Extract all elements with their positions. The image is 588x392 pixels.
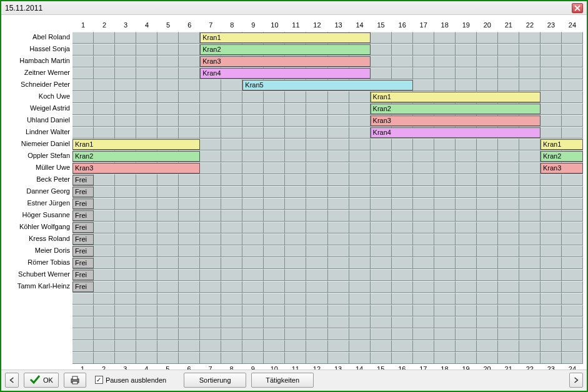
column-footer: 9 bbox=[242, 364, 264, 370]
gantt-bar[interactable]: Kran2 bbox=[371, 104, 541, 114]
gantt-bar[interactable]: Kran5 bbox=[242, 80, 412, 91]
gantt-row[interactable]: Frei bbox=[72, 174, 583, 186]
gantt-row[interactable]: Kran1Kran1 bbox=[72, 139, 583, 150]
row-label: Oppler Stefan bbox=[6, 150, 72, 162]
gantt-bar[interactable]: Kran2 bbox=[200, 44, 370, 55]
gantt-row[interactable]: Kran1 bbox=[72, 91, 583, 103]
column-footer: 17 bbox=[412, 364, 434, 370]
row-label: Beck Peter bbox=[6, 174, 72, 186]
row-label: Römer Tobias bbox=[6, 257, 72, 269]
gantt-bar[interactable]: Frei bbox=[72, 246, 94, 257]
activities-button[interactable]: Tätigkeiten bbox=[251, 373, 314, 388]
pausen-checkbox[interactable]: ✓ bbox=[95, 376, 103, 384]
gantt-row[interactable]: Frei bbox=[72, 198, 583, 210]
column-header: 15 bbox=[371, 20, 392, 32]
ok-button[interactable]: OK bbox=[24, 373, 59, 388]
gantt-row[interactable]: Frei bbox=[72, 269, 583, 281]
gantt-bar[interactable]: Frei bbox=[72, 270, 94, 280]
gantt-row[interactable]: Frei bbox=[72, 210, 583, 222]
gantt-row[interactable]: Kran3Kran3 bbox=[72, 162, 583, 174]
gantt-row[interactable]: Frei bbox=[72, 186, 583, 198]
gantt-row[interactable]: Frei bbox=[72, 257, 583, 269]
gantt-row[interactable]: Frei bbox=[72, 222, 583, 233]
column-header: 11 bbox=[285, 20, 306, 32]
prev-button[interactable] bbox=[5, 373, 19, 388]
printer-icon bbox=[69, 375, 81, 385]
gantt-row[interactable]: Kran4 bbox=[72, 67, 583, 79]
row-label: Schneider Peter bbox=[6, 79, 72, 91]
column-header: 21 bbox=[498, 20, 519, 32]
row-label: Hassel Sonja bbox=[6, 44, 72, 56]
gantt-bar[interactable]: Kran4 bbox=[371, 127, 541, 138]
column-footer: 11 bbox=[285, 364, 306, 370]
column-footer: 3 bbox=[114, 364, 136, 370]
column-header: 17 bbox=[413, 20, 434, 32]
row-label: Zeitner Werner bbox=[6, 67, 72, 79]
column-footer: 13 bbox=[327, 364, 349, 370]
bottom-axis: 123456789101112131415161718192021222324 bbox=[5, 364, 583, 370]
activities-label: Tätigkeiten bbox=[266, 376, 299, 384]
column-footer: 10 bbox=[264, 364, 285, 370]
gantt-row[interactable]: Kran5 bbox=[72, 79, 583, 91]
row-label: Tamm Karl-Heinz bbox=[6, 281, 72, 293]
gantt-row[interactable]: Frei bbox=[72, 233, 583, 245]
column-header: 22 bbox=[519, 20, 541, 32]
print-button[interactable] bbox=[64, 373, 86, 388]
sort-label: Sortierung bbox=[199, 376, 231, 384]
column-header: 13 bbox=[328, 20, 349, 32]
column-footer: 4 bbox=[136, 364, 157, 370]
gantt-bar[interactable]: Frei bbox=[72, 282, 94, 292]
gantt-bar[interactable]: Frei bbox=[72, 210, 94, 221]
gantt-bar[interactable]: Kran3 bbox=[541, 163, 583, 174]
svg-rect-2 bbox=[72, 381, 77, 384]
pausen-checkbox-wrapper: ✓ Pausen ausblenden bbox=[95, 376, 166, 384]
column-header: 20 bbox=[477, 20, 498, 32]
gantt-bar[interactable]: Frei bbox=[72, 175, 94, 185]
gantt-bar[interactable]: Kran4 bbox=[200, 68, 370, 79]
gantt-bar[interactable]: Kran3 bbox=[72, 163, 200, 174]
gantt-bar[interactable]: Kran1 bbox=[541, 139, 583, 150]
gantt-bar[interactable]: Kran1 bbox=[371, 92, 541, 102]
gantt-bar[interactable]: Frei bbox=[72, 198, 94, 209]
gantt-row[interactable]: Kran4 bbox=[72, 127, 583, 139]
gantt-row[interactable]: Kran1 bbox=[72, 32, 583, 44]
gantt-row[interactable]: Kran2 bbox=[72, 44, 583, 56]
window-title: 15.11.2011 bbox=[5, 4, 42, 12]
column-footer: 20 bbox=[477, 364, 498, 370]
gantt-bar[interactable]: Frei bbox=[72, 258, 94, 268]
gantt-bar[interactable]: Kran1 bbox=[72, 139, 200, 150]
gantt-row[interactable]: Kran2Kran2 bbox=[72, 150, 583, 162]
close-button[interactable] bbox=[572, 3, 583, 13]
column-header: 8 bbox=[221, 20, 242, 32]
gantt-row[interactable]: Frei bbox=[72, 281, 583, 293]
gantt-row[interactable]: Kran2 bbox=[72, 103, 583, 115]
gantt-bar[interactable]: Kran2 bbox=[72, 151, 200, 162]
next-button[interactable] bbox=[569, 373, 583, 388]
content-area: 123456789101112131415161718192021222324A… bbox=[1, 15, 587, 370]
gantt-bar[interactable]: Kran2 bbox=[541, 151, 583, 162]
pausen-label: Pausen ausblenden bbox=[106, 376, 166, 384]
gantt-bar[interactable]: Frei bbox=[72, 222, 94, 233]
gantt-row[interactable]: Frei bbox=[72, 245, 583, 257]
gantt-row[interactable]: Kran3 bbox=[72, 56, 583, 67]
column-header: 12 bbox=[306, 20, 327, 32]
footer-toolbar: OK ✓ Pausen ausblenden Sortierung Tätigk… bbox=[1, 370, 587, 391]
row-label: Abel Roland bbox=[6, 32, 72, 44]
gantt-bar[interactable]: Kran3 bbox=[200, 56, 370, 67]
gantt-bar[interactable]: Kran3 bbox=[371, 115, 541, 126]
gantt-row[interactable]: Kran3 bbox=[72, 115, 583, 127]
sort-button[interactable]: Sortierung bbox=[184, 373, 246, 388]
column-header: 7 bbox=[200, 20, 221, 32]
gantt-bar[interactable]: Frei bbox=[72, 234, 94, 245]
gantt-bar[interactable]: Frei bbox=[72, 187, 94, 197]
row-label: Müller Uwe bbox=[6, 162, 72, 174]
column-footer: 14 bbox=[349, 364, 370, 370]
column-footer: 19 bbox=[455, 364, 476, 370]
row-label: Danner Georg bbox=[6, 186, 72, 198]
gantt-bar[interactable]: Kran1 bbox=[200, 32, 370, 43]
row-label: Kress Roland bbox=[6, 233, 72, 245]
gantt-chart[interactable]: 123456789101112131415161718192021222324A… bbox=[5, 20, 583, 364]
row-label: Köhler Wolfgang bbox=[6, 222, 72, 233]
column-footer: 8 bbox=[221, 364, 242, 370]
row-label: Niemeier Daniel bbox=[6, 139, 72, 150]
